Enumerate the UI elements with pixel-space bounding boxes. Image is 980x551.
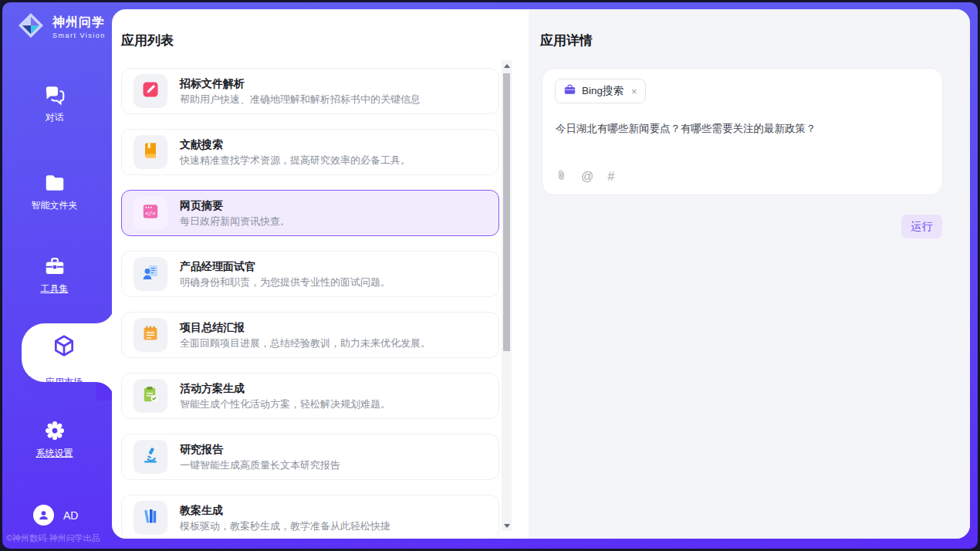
app-card-title: 网页摘要: [180, 200, 290, 211]
app-list-section: 应用列表 招标文件解析 帮助用户快速、准确地理解和解析招标书中的关键信息 文献搜…: [112, 9, 529, 539]
list-scrollbar[interactable]: [502, 60, 512, 531]
app-card-description: 每日政府新闻资讯快查。: [180, 216, 290, 226]
app-icon-box: </>: [133, 196, 167, 230]
app-icon-box: [133, 135, 167, 169]
briefcase-icon: [563, 83, 576, 100]
sidebar-item-label: 智能文件夹: [32, 199, 78, 212]
brand-name: 神州问学: [52, 15, 106, 31]
gear-icon: [2, 419, 106, 442]
app-card-description: 一键智能生成高质量长文本研究报告: [180, 460, 340, 470]
browser-code-icon: </>: [141, 202, 160, 224]
brand-logo: 神州问学 Smart Vision: [15, 10, 106, 44]
scroll-down-button[interactable]: [502, 520, 512, 531]
app-card-description: 智能生成个性化活动方案，轻松解决规划难题。: [180, 399, 390, 409]
run-button[interactable]: 运行: [901, 215, 942, 238]
sidebar-item-chat[interactable]: 对话: [2, 83, 106, 124]
sidebar-item-toolset[interactable]: 工具集: [2, 255, 106, 296]
app-card[interactable]: 产品经理面试官 明确身份和职责，为您提供专业性的面试问题。: [121, 251, 499, 297]
user-initials: AD: [63, 509, 78, 522]
app-card-description: 全面回顾项目进展，总结经验教训，助力未来优化发展。: [180, 338, 431, 348]
cube-icon: [22, 333, 106, 358]
hash-icon[interactable]: #: [607, 171, 614, 183]
app-detail-title: 应用详情: [529, 9, 970, 49]
app-icon-box: [133, 501, 167, 535]
user-account[interactable]: AD: [33, 505, 78, 526]
app-card-description: 明确身份和职责，为您提供专业性的面试问题。: [180, 277, 390, 287]
note-icon: [141, 324, 160, 346]
app-card-description: 模板驱动，教案秒生成，教学准备从此轻松快捷: [180, 521, 390, 531]
clipboard-check-icon: [141, 385, 160, 407]
app-card[interactable]: 教案生成 模板驱动，教案秒生成，教学准备从此轻松快捷: [121, 495, 499, 539]
app-card[interactable]: 活动方案生成 智能生成个性化活动方案，轻松解决规划难题。: [121, 373, 499, 419]
sidebar-item-app-market[interactable]: 应用市场: [22, 323, 114, 382]
app-card[interactable]: 研究报告 一键智能生成高质量长文本研究报告: [121, 434, 499, 480]
app-card-title: 项目总结汇报: [180, 322, 431, 333]
app-window: 神州问学 Smart Vision 对话 智能文件夹: [2, 2, 978, 549]
app-icon-box: [133, 318, 167, 352]
app-card-title: 文献搜索: [180, 139, 411, 150]
toolbox-icon: [2, 255, 106, 278]
input-toolbar: @ #: [556, 168, 614, 184]
app-card[interactable]: 项目总结汇报 全面回顾项目进展，总结经验教训，助力未来优化发展。: [121, 312, 499, 358]
microscope-icon: [141, 446, 160, 468]
close-icon[interactable]: ×: [631, 86, 637, 97]
books-icon: [141, 507, 160, 529]
at-icon[interactable]: @: [581, 171, 593, 183]
app-card-title: 活动方案生成: [180, 383, 390, 394]
edit-doc-icon: [141, 80, 160, 102]
sidebar-item-label: 对话: [46, 111, 64, 124]
interviewer-icon: [141, 263, 160, 285]
app-card-title: 教案生成: [180, 505, 390, 516]
app-card-list: 招标文件解析 帮助用户快速、准确地理解和解析招标书中的关键信息 文献搜索 快速精…: [112, 68, 529, 539]
app-icon-box: [133, 74, 167, 108]
scroll-up-button[interactable]: [502, 60, 512, 71]
sidebar-item-label: 系统设置: [36, 447, 73, 460]
copyright-text: ©神州数码·神州问学出品: [6, 532, 100, 544]
app-card-title: 研究报告: [180, 444, 340, 455]
chat-icon: [2, 83, 106, 106]
app-detail-section: 应用详情 Bing搜索 × 今日湖北有哪些新闻要点？有哪些需要关注的最新政策？: [529, 9, 970, 539]
app-icon-box: [133, 379, 167, 413]
sidebar-item-label: 应用市场: [46, 376, 83, 389]
sidebar-item-settings[interactable]: 系统设置: [2, 419, 106, 460]
brand-tagline: Smart Vision: [52, 32, 106, 39]
svg-text:</>: </>: [145, 210, 156, 217]
scrollbar-thumb[interactable]: [503, 73, 510, 351]
query-text[interactable]: 今日湖北有哪些新闻要点？有哪些需要关注的最新政策？: [556, 122, 930, 136]
app-card-title: 产品经理面试官: [180, 261, 390, 272]
app-card[interactable]: </> 网页摘要 每日政府新闻资讯快查。: [121, 190, 499, 236]
app-card[interactable]: 文献搜索 快速精准查找学术资源，提高研究效率的必备工具。: [121, 129, 499, 175]
sidebar-item-smart-folder[interactable]: 智能文件夹: [2, 171, 106, 212]
app-icon-box: [133, 257, 167, 291]
paperclip-icon[interactable]: [556, 168, 567, 184]
app-card-description: 帮助用户快速、准确地理解和解析招标书中的关键信息: [180, 94, 421, 104]
app-card-title: 招标文件解析: [180, 78, 421, 89]
folder-icon: [2, 171, 106, 194]
main-panel: 应用列表 招标文件解析 帮助用户快速、准确地理解和解析招标书中的关键信息 文献搜…: [112, 9, 970, 539]
tool-tag-bing-search[interactable]: Bing搜索 ×: [555, 79, 646, 103]
book-icon: [141, 141, 160, 163]
tool-tag-label: Bing搜索: [582, 84, 623, 98]
avatar: [33, 505, 54, 526]
app-card-description: 快速精准查找学术资源，提高研究效率的必备工具。: [180, 155, 411, 165]
app-list-title: 应用列表: [112, 9, 529, 49]
sidebar-item-label: 工具集: [41, 282, 69, 296]
app-icon-box: [133, 440, 167, 474]
sidebar: 神州问学 Smart Vision 对话 智能文件夹: [2, 2, 114, 549]
query-input-card[interactable]: Bing搜索 × 今日湖北有哪些新闻要点？有哪些需要关注的最新政策？ @ #: [542, 68, 943, 195]
diamond-logo-icon: [15, 10, 46, 44]
app-card[interactable]: 招标文件解析 帮助用户快速、准确地理解和解析招标书中的关键信息: [121, 68, 499, 114]
